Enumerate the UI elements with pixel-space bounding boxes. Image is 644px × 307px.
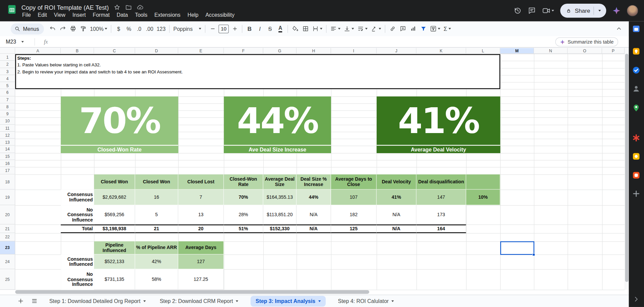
sheet-tab-caret-icon[interactable] <box>236 300 238 302</box>
select-all-corner[interactable] <box>0 48 15 54</box>
text-rotate-button[interactable] <box>369 23 383 34</box>
insert-comment-button[interactable] <box>397 23 408 34</box>
row-label[interactable]: No Consensus Influence <box>61 269 94 290</box>
name-box[interactable]: M23 <box>0 39 35 45</box>
increase-font-size-button[interactable] <box>230 23 240 34</box>
row-header-16[interactable]: 16 <box>0 160 15 167</box>
column-header-N[interactable]: N <box>534 48 568 54</box>
impact-cell[interactable]: 107 <box>331 190 377 205</box>
row-header-2[interactable]: 2 <box>0 61 15 68</box>
bold-button[interactable]: B <box>245 23 255 34</box>
version-history-icon[interactable] <box>513 7 521 15</box>
impact-header-cell[interactable]: Closed Won <box>94 174 135 189</box>
row-header-1[interactable]: 1 <box>0 54 15 61</box>
italic-button[interactable]: I <box>255 23 265 34</box>
column-header-O[interactable]: O <box>568 48 602 54</box>
meet-caret-icon[interactable] <box>551 10 554 11</box>
text-color-button[interactable]: A <box>275 23 285 34</box>
pipeline-cell[interactable]: 127 <box>178 254 224 269</box>
row-header-10[interactable]: 10 <box>0 117 15 125</box>
menu-insert[interactable]: Insert <box>69 11 89 19</box>
get-addons-icon[interactable] <box>632 190 640 198</box>
row-label[interactable]: Consensus Influenced <box>61 190 94 205</box>
menus-search-button[interactable]: Menus <box>11 23 44 34</box>
row-header-13[interactable]: 13 <box>0 139 15 146</box>
column-header-H[interactable]: H <box>297 48 331 54</box>
row-header-23[interactable]: 23 <box>0 241 15 254</box>
tasks-icon[interactable] <box>632 66 640 74</box>
name-box-caret-icon[interactable] <box>21 41 24 43</box>
star-icon[interactable] <box>114 4 120 11</box>
impact-total-cell[interactable]: $3,198,938 <box>94 225 135 233</box>
column-header-D[interactable]: D <box>135 48 178 54</box>
impact-cell[interactable]: 41% <box>377 190 417 205</box>
menu-accessibility[interactable]: Accessibility <box>202 11 238 19</box>
menu-help[interactable]: Help <box>184 11 202 19</box>
sheet-tab-3[interactable]: Step 3: Impact Analysis <box>251 296 325 306</box>
row-label[interactable]: Total <box>61 225 94 233</box>
menu-data[interactable]: Data <box>113 11 131 19</box>
impact-header-cell[interactable]: Average Deal Size <box>263 174 297 189</box>
filter-views-button[interactable] <box>428 23 442 34</box>
text-wrap-button[interactable] <box>356 23 369 34</box>
impact-cell[interactable]: 44% <box>297 190 331 205</box>
impact-cell[interactable]: 28% <box>224 205 263 225</box>
account-avatar[interactable] <box>627 5 638 16</box>
vertical-align-button[interactable] <box>342 23 356 34</box>
steps-heading[interactable]: Steps: <box>17 55 264 61</box>
row-label[interactable]: No Consensus Influence <box>61 205 94 225</box>
column-header-B[interactable]: B <box>61 48 94 54</box>
impact-cell[interactable]: $113,851.20 <box>263 205 297 225</box>
show-side-panel-icon[interactable] <box>633 296 640 305</box>
print-button[interactable] <box>68 23 78 34</box>
maps-icon[interactable] <box>632 104 640 112</box>
pipeline-header-cell[interactable]: Average Days <box>178 241 224 254</box>
insert-chart-button[interactable] <box>408 23 418 34</box>
fill-color-button[interactable] <box>290 23 301 34</box>
column-header-E[interactable]: E <box>178 48 224 54</box>
row-header-9[interactable]: 9 <box>0 110 15 117</box>
functions-button[interactable]: Σ <box>442 23 452 34</box>
impact-cell[interactable]: $2,629,682 <box>94 190 135 205</box>
column-header-L[interactable]: L <box>466 48 500 54</box>
steps-line-2[interactable]: 2. Begin to review your impact data and … <box>17 69 387 75</box>
contacts-icon[interactable] <box>632 84 640 93</box>
merge-cells-button[interactable] <box>311 23 324 34</box>
row-header-15[interactable]: 15 <box>0 153 15 160</box>
number-format-button[interactable]: 123 <box>155 23 167 34</box>
menu-tools[interactable]: Tools <box>131 11 151 19</box>
vertical-scrollbar[interactable] <box>625 48 629 290</box>
horizontal-align-button[interactable] <box>329 23 342 34</box>
move-folder-icon[interactable] <box>125 4 132 11</box>
row-header-25[interactable]: 25 <box>0 269 15 290</box>
impact-header-cell[interactable]: Deal Size % Increase <box>297 174 331 189</box>
impact-header-cell[interactable] <box>466 174 500 189</box>
row-header-4[interactable]: 4 <box>0 75 15 82</box>
impact-cell[interactable]: 5 <box>135 205 178 225</box>
share-caret-icon[interactable] <box>598 10 601 11</box>
redo-button[interactable] <box>57 23 68 34</box>
addon-2-icon[interactable] <box>632 152 640 160</box>
sheet-tab-caret-icon[interactable] <box>391 300 394 302</box>
format-percent-button[interactable]: % <box>124 23 134 34</box>
undo-button[interactable] <box>47 23 58 34</box>
pipeline-cell[interactable]: 42% <box>135 254 178 269</box>
horizontal-scrollbar-thumb[interactable] <box>15 290 369 294</box>
column-header-K[interactable]: K <box>417 48 466 54</box>
row-header-8[interactable]: 8 <box>0 104 15 111</box>
borders-button[interactable] <box>300 23 311 34</box>
addon-3-icon[interactable] <box>632 171 640 179</box>
impact-total-cell[interactable]: 51% <box>224 225 263 233</box>
font-size-field[interactable]: 10 <box>219 24 229 33</box>
fill-handle[interactable] <box>532 253 535 256</box>
row-label[interactable]: Consensus Influenced <box>61 254 94 269</box>
pipeline-cell[interactable]: $731,135 <box>94 269 135 290</box>
impact-header-cell[interactable]: Closed Won <box>135 174 178 189</box>
column-header-P[interactable]: P <box>602 48 625 54</box>
horizontal-scrollbar[interactable] <box>15 290 625 294</box>
sheet-tab-caret-icon[interactable] <box>318 300 321 302</box>
row-header-22[interactable]: 22 <box>0 233 15 241</box>
all-sheets-button[interactable] <box>29 295 40 307</box>
strikethrough-button[interactable]: S <box>265 23 275 34</box>
menu-format[interactable]: Format <box>90 11 113 19</box>
